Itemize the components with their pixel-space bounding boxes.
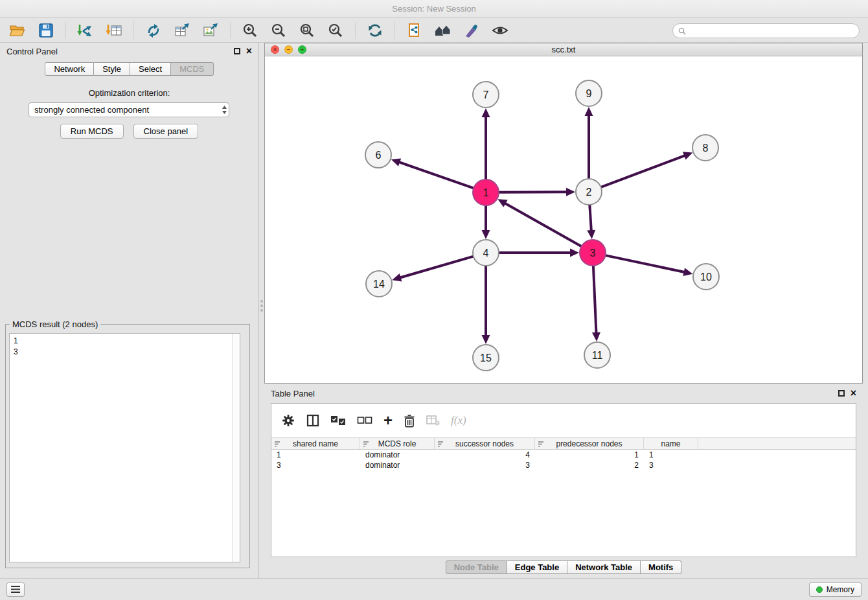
create-column-button[interactable]: +: [383, 414, 393, 427]
column-header-mcds-role[interactable]: MCDS role: [360, 438, 435, 449]
delete-table-button[interactable]: [426, 415, 440, 426]
memory-button[interactable]: Memory: [809, 583, 862, 597]
graph-edge-1-2[interactable]: [499, 188, 575, 196]
zoom-fit-icon: [299, 22, 315, 39]
graph-node-1[interactable]: 1: [473, 179, 499, 205]
search-box[interactable]: [672, 23, 860, 38]
show-columns-button[interactable]: [306, 414, 319, 427]
tab-network-table[interactable]: Network Table: [567, 560, 641, 574]
graph-node-11[interactable]: 11: [584, 342, 610, 368]
tab-network[interactable]: Network: [45, 62, 94, 76]
home-button[interactable]: [431, 20, 455, 41]
graph-edge-3-11[interactable]: [592, 266, 600, 341]
mcds-result-list[interactable]: 1 3: [9, 333, 240, 562]
network-graph[interactable]: 7968124314101511: [265, 56, 862, 383]
cell-mcds-role[interactable]: dominator: [360, 450, 435, 459]
column-header-predecessor-nodes[interactable]: predecessor nodes: [535, 438, 644, 449]
import-network-button[interactable]: [73, 20, 98, 41]
mcds-result-item[interactable]: 1: [14, 336, 240, 347]
mcds-result-item[interactable]: 3: [14, 347, 240, 358]
tab-style[interactable]: Style: [94, 62, 130, 76]
zoom-in-button[interactable]: [238, 20, 262, 41]
close-table-panel-button[interactable]: ×: [851, 389, 856, 397]
export-image-button[interactable]: [198, 20, 223, 41]
cell-shared-name[interactable]: 1: [271, 450, 360, 459]
delete-column-button[interactable]: [404, 414, 415, 428]
zoom-fit-button[interactable]: [295, 20, 319, 41]
apply-style-button[interactable]: [459, 20, 484, 41]
cell-name[interactable]: 1: [644, 450, 698, 459]
graph-edge-4-3[interactable]: [499, 249, 579, 257]
graph-node-15[interactable]: 15: [473, 345, 499, 371]
graph-edge-3-1[interactable]: [497, 199, 581, 246]
cell-successor-nodes[interactable]: 4: [435, 450, 535, 459]
graph-edge-4-15[interactable]: [482, 266, 490, 344]
save-session-button[interactable]: [34, 20, 58, 41]
graph-node-4[interactable]: 4: [473, 240, 499, 266]
graph-node-7[interactable]: 7: [473, 82, 499, 108]
maximize-window-button[interactable]: +: [298, 45, 306, 54]
export-table-button[interactable]: [170, 20, 194, 41]
copy-view-button[interactable]: [402, 20, 427, 41]
control-panel-tabs: Network Style Select MCDS: [0, 62, 258, 76]
graph-node-14[interactable]: 14: [366, 271, 392, 297]
tab-node-table[interactable]: Node Table: [446, 560, 507, 574]
close-panel-button[interactable]: ×: [246, 47, 252, 55]
clone-network-button[interactable]: [141, 20, 166, 41]
minimize-window-button[interactable]: −: [284, 45, 293, 54]
toolbar-separator: [133, 22, 134, 39]
graph-node-10[interactable]: 10: [693, 264, 719, 290]
open-session-button[interactable]: [5, 20, 30, 41]
cell-predecessor-nodes[interactable]: 2: [535, 461, 644, 470]
tab-select[interactable]: Select: [130, 62, 171, 76]
network-window-titlebar[interactable]: × − + scc.txt: [265, 43, 862, 56]
graph-edge-2-9[interactable]: [585, 107, 593, 179]
graph-edge-4-14[interactable]: [392, 257, 474, 282]
cell-mcds-role[interactable]: dominator: [360, 461, 435, 470]
float-panel-button[interactable]: [234, 48, 240, 54]
window-title: Session: New Session: [392, 4, 475, 14]
import-table-button[interactable]: [102, 20, 126, 41]
column-header-shared-name[interactable]: shared name: [271, 438, 360, 449]
float-table-panel-button[interactable]: [838, 390, 845, 397]
zoom-out-button[interactable]: [266, 20, 291, 41]
table-settings-button[interactable]: [281, 413, 295, 428]
status-menu-button[interactable]: [6, 583, 25, 597]
result-list-scrollbar[interactable]: [232, 334, 240, 562]
graph-edge-1-4[interactable]: [482, 205, 490, 239]
cell-name[interactable]: 3: [644, 461, 698, 470]
table-row[interactable]: 1 dominator 4 1 1: [271, 450, 856, 460]
graph-node-3[interactable]: 3: [580, 240, 606, 266]
cell-shared-name[interactable]: 3: [271, 461, 360, 470]
close-window-button[interactable]: ×: [271, 45, 279, 54]
panel-splitter-handle[interactable]: [260, 297, 264, 315]
close-mcds-panel-button[interactable]: Close panel: [133, 124, 199, 139]
refresh-view-button[interactable]: [363, 20, 387, 41]
zoom-selected-button[interactable]: [323, 20, 348, 41]
graph-edge-1-6[interactable]: [391, 158, 474, 188]
network-canvas[interactable]: 7968124314101511: [265, 56, 862, 383]
show-hide-button[interactable]: [488, 20, 512, 41]
graph-edge-3-10[interactable]: [606, 255, 693, 276]
run-mcds-button[interactable]: Run MCDS: [60, 124, 124, 139]
tab-mcds[interactable]: MCDS: [171, 62, 213, 76]
select-all-columns-button[interactable]: [330, 415, 346, 426]
column-header-successor-nodes[interactable]: successor nodes: [435, 438, 535, 449]
table-row[interactable]: 3 dominator 3 2 3: [271, 460, 856, 470]
search-input[interactable]: [690, 26, 854, 36]
criterion-dropdown[interactable]: strongly connected component: [29, 102, 229, 117]
graph-edge-1-7[interactable]: [482, 108, 490, 179]
tab-motifs[interactable]: Motifs: [641, 560, 681, 574]
graph-node-2[interactable]: 2: [576, 179, 602, 205]
function-builder-button[interactable]: f(x): [451, 414, 466, 427]
graph-node-6[interactable]: 6: [365, 142, 391, 168]
graph-edge-2-3[interactable]: [587, 205, 595, 239]
cell-successor-nodes[interactable]: 3: [435, 461, 535, 470]
tab-edge-table[interactable]: Edge Table: [507, 560, 567, 574]
graph-node-8[interactable]: 8: [692, 135, 718, 161]
graph-edge-2-8[interactable]: [601, 152, 693, 187]
column-header-name[interactable]: name: [644, 438, 698, 449]
graph-node-9[interactable]: 9: [576, 80, 602, 106]
unselect-all-columns-button[interactable]: [357, 416, 372, 425]
cell-predecessor-nodes[interactable]: 1: [535, 450, 644, 459]
